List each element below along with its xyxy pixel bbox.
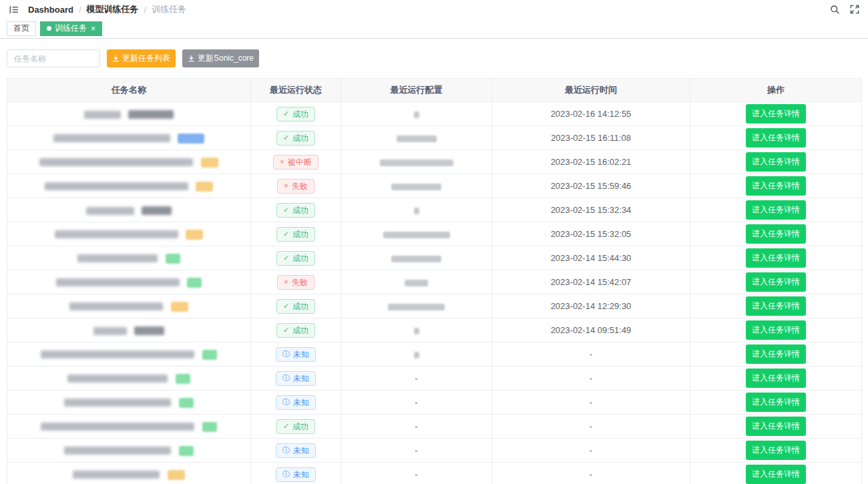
action-cell: 进入任务详情 <box>690 318 862 342</box>
task-tag <box>202 422 217 432</box>
status-icon: ⓘ <box>282 399 290 406</box>
detail-button[interactable]: 进入任务详情 <box>746 417 806 436</box>
task-name-redacted <box>55 230 178 238</box>
detail-button[interactable]: 进入任务详情 <box>746 128 806 148</box>
config-cell <box>341 246 492 270</box>
task-name-redacted <box>86 207 134 215</box>
fullscreen-icon[interactable] <box>849 4 860 15</box>
config-cell: - <box>341 391 492 415</box>
status-cell: ⓘ 未知 <box>251 463 341 484</box>
task-name-redacted <box>41 350 194 358</box>
task-name-redacted <box>41 423 194 431</box>
table-row: ⓘ 未知 - - 进入任务详情 <box>7 391 862 415</box>
task-name-redacted <box>77 254 158 262</box>
action-cell: 进入任务详情 <box>690 150 862 174</box>
detail-button[interactable]: 进入任务详情 <box>746 393 806 412</box>
detail-button[interactable]: 进入任务详情 <box>746 272 806 292</box>
detail-button[interactable]: 进入任务详情 <box>746 320 806 340</box>
tab-close-icon[interactable]: × <box>91 25 95 33</box>
config-redacted <box>383 232 450 238</box>
task-name-search-input[interactable] <box>7 49 100 67</box>
status-badge: ✓ 成功 <box>276 203 315 218</box>
status-label: 成功 <box>292 423 308 431</box>
config-redacted <box>397 136 437 142</box>
status-icon: ⓘ <box>282 350 290 358</box>
task-name-cell <box>7 270 251 294</box>
update-task-list-label: 更新任务列表 <box>122 53 170 64</box>
update-task-list-button[interactable]: 更新任务列表 <box>107 49 176 67</box>
status-cell: ⓘ 未知 <box>251 367 341 391</box>
table-row: ✓ 成功 - - 进入任务详情 <box>7 415 862 439</box>
table-row: × 失败 2023-02-15 15:59:46 进入任务详情 <box>7 174 862 198</box>
tab-home-label: 首页 <box>13 23 29 34</box>
update-sonic-core-button[interactable]: 更新Sonic_core <box>182 49 259 67</box>
detail-button[interactable]: 进入任务详情 <box>746 224 806 244</box>
task-name-redacted <box>45 182 188 190</box>
time-cell: 2023-02-15 16:11:08 <box>492 126 690 150</box>
status-cell: ✓ 成功 <box>251 318 341 342</box>
action-cell: 进入任务详情 <box>690 246 862 270</box>
status-label: 成功 <box>292 134 308 142</box>
detail-button[interactable]: 进入任务详情 <box>746 369 806 388</box>
status-cell: ⓘ 未知 <box>251 342 341 367</box>
search-icon[interactable] <box>829 4 840 15</box>
config-cell <box>341 126 492 150</box>
update-sonic-core-label: 更新Sonic_core <box>198 53 254 64</box>
status-label: 未知 <box>293 350 309 358</box>
action-cell: 进入任务详情 <box>690 415 862 439</box>
status-label: 失败 <box>292 182 308 190</box>
status-badge: ✓ 成功 <box>276 299 315 314</box>
task-name-redacted <box>84 111 121 119</box>
breadcrumb-model-training[interactable]: 模型训练任务 <box>87 3 139 15</box>
detail-button[interactable]: 进入任务详情 <box>746 296 806 316</box>
detail-button[interactable]: 进入任务详情 <box>746 200 806 220</box>
task-name-redacted <box>73 471 160 479</box>
status-cell: × 被中断 <box>251 150 341 174</box>
status-badge: ⓘ 未知 <box>276 395 316 410</box>
task-tag <box>134 326 164 335</box>
detail-button[interactable]: 进入任务详情 <box>746 248 806 268</box>
tab-training-tasks-label: 训练任务 <box>55 23 87 34</box>
status-badge: ✓ 成功 <box>276 419 315 434</box>
breadcrumb-current: 训练任务 <box>152 3 186 15</box>
status-icon: × <box>284 182 288 190</box>
task-name-redacted <box>56 278 180 286</box>
breadcrumb-separator: / <box>144 5 147 15</box>
table-row: × 被中断 2023-02-15 16:02:21 进入任务详情 <box>7 150 862 174</box>
time-cell: 2023-02-14 15:44:30 <box>492 246 690 270</box>
task-name-cell <box>7 294 251 318</box>
config-redacted <box>414 111 419 118</box>
table-header-row: 任务名称 最近运行状态 最近运行配置 最近运行时间 操作 <box>7 79 862 102</box>
detail-button[interactable]: 进入任务详情 <box>746 465 806 484</box>
status-cell: ✓ 成功 <box>251 294 341 318</box>
detail-button[interactable]: 进入任务详情 <box>746 152 806 172</box>
task-tag <box>142 206 172 215</box>
status-badge: ✓ 成功 <box>276 227 315 242</box>
task-name-redacted <box>93 327 127 335</box>
time-cell: 2023-02-15 15:32:34 <box>492 198 690 222</box>
toolbar: 更新任务列表 更新Sonic_core <box>7 49 861 67</box>
detail-button[interactable]: 进入任务详情 <box>746 176 806 196</box>
tab-home[interactable]: 首页 <box>7 21 36 36</box>
table-row: ✓ 成功 2023-02-14 12:29:30 进入任务详情 <box>7 294 862 318</box>
task-tag <box>201 158 218 168</box>
hamburger-icon[interactable] <box>8 4 19 15</box>
config-cell <box>341 294 492 318</box>
status-badge: ⓘ 未知 <box>276 347 316 362</box>
status-cell: × 失败 <box>251 174 341 198</box>
detail-button[interactable]: 进入任务详情 <box>746 344 806 364</box>
task-name-cell <box>7 150 251 174</box>
detail-button[interactable]: 进入任务详情 <box>746 104 806 124</box>
status-cell: ✓ 成功 <box>251 415 341 439</box>
task-tag <box>168 470 185 480</box>
tab-training-tasks[interactable]: 训练任务 × <box>40 21 102 36</box>
config-cell: - <box>341 415 492 439</box>
task-name-cell <box>7 367 251 391</box>
table-row: ⓘ 未知 - - 进入任务详情 <box>7 463 862 484</box>
breadcrumb-dashboard[interactable]: Dashboard <box>28 5 73 15</box>
task-tag <box>171 302 188 312</box>
detail-button[interactable]: 进入任务详情 <box>746 441 806 460</box>
status-cell: ✓ 成功 <box>251 246 341 270</box>
table-row: × 失败 2023-02-14 15:42:07 进入任务详情 <box>7 270 862 294</box>
status-icon: ✓ <box>283 302 289 310</box>
